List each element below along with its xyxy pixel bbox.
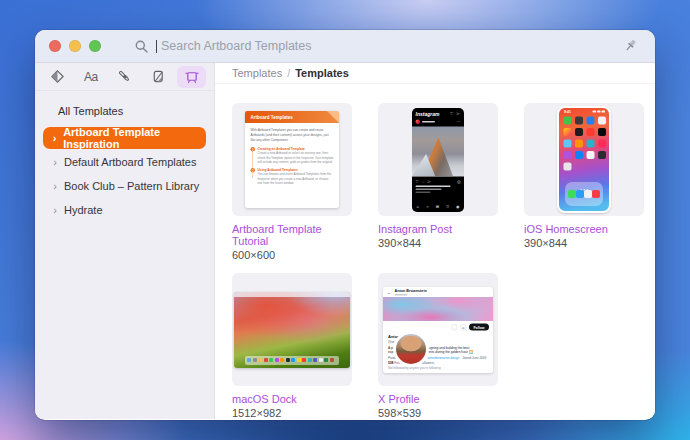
comment-icon: ◌ <box>422 179 424 184</box>
step-title: Creating an Artboard Template <box>258 147 334 151</box>
username-bar <box>422 121 435 123</box>
sidebar-item-label: Hydrate <box>64 204 103 216</box>
traffic-lights <box>49 40 101 52</box>
template-card-ios-homescreen[interactable]: 9:41 <box>524 103 644 261</box>
step-number-badge: 1 <box>251 147 256 152</box>
brush-icon <box>117 69 132 84</box>
profile-footer-note: Not followed by anyone you're following <box>388 366 488 369</box>
instagram-logo: Instagram <box>416 111 440 117</box>
template-thumbnail: ← Anton Brownstein ⋯ ✉ <box>378 273 498 386</box>
search-placeholder: Search Artboard Templates <box>161 39 312 53</box>
template-card-macos-dock[interactable]: macOS Dock 1512×982 <box>232 273 352 419</box>
chevron-right-icon[interactable]: › <box>50 156 60 168</box>
follow-button: Follow <box>469 323 489 330</box>
x-profile-preview: ← Anton Brownstein ⋯ ✉ <box>383 287 493 373</box>
template-thumbnail: Instagram ♡ ⌲ ⋯ ♡ <box>378 103 498 216</box>
tab-layer-styles[interactable] <box>110 66 139 88</box>
tab-color-variables[interactable] <box>144 66 173 88</box>
more-icon: ⋯ <box>457 119 461 124</box>
tab-artboard-templates[interactable] <box>177 66 206 88</box>
chevron-right-icon[interactable]: › <box>50 132 59 144</box>
status-icons <box>593 110 606 112</box>
chevron-right-icon[interactable]: › <box>50 180 60 192</box>
sidebar-item-all-templates[interactable]: All Templates <box>43 101 206 127</box>
breadcrumb: Templates / Templates <box>215 63 655 84</box>
share-icon: ⌲ <box>427 179 430 184</box>
instagram-tab-bar: ⌂ ○ ⊞ ⌻ ◉ <box>412 202 464 212</box>
instagram-preview: Instagram ♡ ⌲ ⋯ ♡ <box>412 108 464 212</box>
step-title: Using Artboard Templates <box>258 168 334 172</box>
sidebar-item-default-artboard-templates[interactable]: › Default Artboard Templates <box>43 151 206 173</box>
profile-banner <box>383 297 493 321</box>
template-thumbnail <box>232 273 352 386</box>
tutorial-preview: Artboard Templates With Artboard Templat… <box>245 111 339 208</box>
zoom-button[interactable] <box>89 40 101 52</box>
ios-homescreen-preview: 9:41 <box>557 106 611 213</box>
sidebar-item-label: Artboard Template Inspiration <box>63 126 206 150</box>
template-thumbnail: Artboard Templates With Artboard Templat… <box>232 103 352 216</box>
sidebar: Aa All Te <box>35 63 215 419</box>
template-library-list: All Templates › Artboard Template Inspir… <box>35 91 214 223</box>
breadcrumb-current: Templates <box>295 67 349 79</box>
status-time: 9:41 <box>564 110 571 114</box>
heart-and-messenger-icons: ♡ ⌲ <box>450 111 461 116</box>
home-icon: ⌂ <box>417 204 419 209</box>
profile-avatar <box>393 331 429 367</box>
tutorial-header: Artboard Templates <box>245 111 339 123</box>
step-body: Create a new Artboard or select an exist… <box>258 151 334 164</box>
artboard-icon <box>184 69 200 84</box>
minimize-button[interactable] <box>69 40 81 52</box>
shop-icon: ⌻ <box>446 204 448 209</box>
template-dimensions: 598×539 <box>378 407 498 419</box>
post-photo <box>412 126 464 176</box>
text-caret <box>156 40 157 53</box>
app-icon-grid <box>559 114 609 173</box>
close-button[interactable] <box>49 40 61 52</box>
template-card-instagram[interactable]: Instagram ♡ ⌲ ⋯ ♡ <box>378 103 498 261</box>
template-grid: Artboard Templates With Artboard Templat… <box>215 84 655 419</box>
template-dimensions: 600×600 <box>232 249 352 261</box>
color-variables-icon <box>151 69 166 84</box>
back-arrow-icon: ← <box>387 289 391 294</box>
search-icon: ○ <box>426 204 428 209</box>
window-titlebar[interactable]: Search Artboard Templates <box>35 30 655 63</box>
sidebar-item-hydrate[interactable]: › Hydrate <box>43 199 206 221</box>
template-name[interactable]: Instagram Post <box>378 223 498 235</box>
reels-icon: ⊞ <box>436 204 439 209</box>
profile-link: antonbrownstein.design <box>428 356 460 359</box>
pin-icon[interactable] <box>623 38 639 54</box>
macos-desktop-preview <box>234 292 350 368</box>
step-number-badge: 2 <box>251 168 256 173</box>
breadcrumb-parent[interactable]: Templates <box>232 67 282 79</box>
ios-dock <box>565 182 603 206</box>
template-dimensions: 390×844 <box>378 237 498 249</box>
avatar <box>416 119 421 124</box>
template-card-x-profile[interactable]: ← Anton Brownstein ⋯ ✉ <box>378 273 498 419</box>
sidebar-item-label: Default Artboard Templates <box>64 156 196 168</box>
search-input[interactable]: Search Artboard Templates <box>135 39 615 53</box>
tutorial-intro-text: With Artboard Templates you can create a… <box>251 128 334 143</box>
sidebar-item-book-club-pattern-library[interactable]: › Book Club – Pattern Library <box>43 175 206 197</box>
template-card-tutorial[interactable]: Artboard Templates With Artboard Templat… <box>232 103 352 261</box>
template-name[interactable]: macOS Dock <box>232 393 352 405</box>
template-dimensions: 1512×982 <box>232 407 352 419</box>
template-name[interactable]: iOS Homescreen <box>524 223 644 235</box>
caption-bars <box>412 185 464 194</box>
template-name[interactable]: X Profile <box>378 393 498 405</box>
template-name[interactable]: Artboard Template Tutorial <box>232 223 352 247</box>
following-count: 538 <box>388 361 393 365</box>
tab-symbols[interactable] <box>43 66 72 88</box>
step-body: You can browse and insert Artboard Templ… <box>258 172 334 185</box>
message-icon: ✉ <box>460 323 467 330</box>
search-icon <box>135 40 148 53</box>
post-count-bar <box>395 294 408 296</box>
tab-text-styles[interactable]: Aa <box>77 66 106 88</box>
library-tab-bar: Aa <box>35 63 214 91</box>
profile-icon: ◉ <box>456 204 459 209</box>
template-thumbnail: 9:41 <box>524 103 644 216</box>
chevron-right-icon[interactable]: › <box>50 204 60 216</box>
sidebar-item-artboard-template-inspiration[interactable]: › Artboard Template Inspiration <box>43 127 206 149</box>
macos-dock <box>245 356 339 365</box>
more-icon: ⋯ <box>451 323 458 330</box>
template-dimensions: 390×844 <box>524 237 644 249</box>
